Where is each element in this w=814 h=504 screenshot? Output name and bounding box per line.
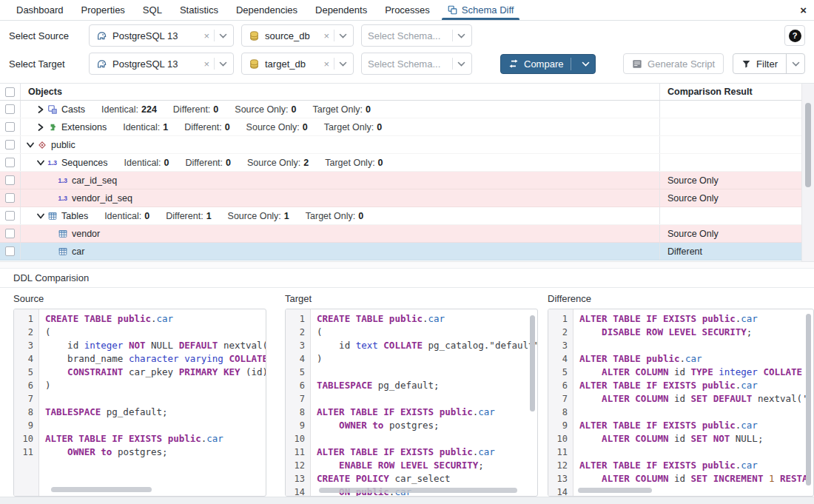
stat-label: Different: xyxy=(173,104,211,115)
stat-label: Identical: xyxy=(124,158,161,168)
tab-dashboard[interactable]: Dashboard xyxy=(7,0,73,20)
stat-label: Source Only: xyxy=(246,122,300,132)
source-server-select[interactable]: PostgreSQL 13 × xyxy=(89,24,234,47)
horizontal-scrollbar-thumb[interactable] xyxy=(578,488,652,493)
tree-expanded-icon[interactable] xyxy=(36,213,46,219)
tree-expanded-icon[interactable] xyxy=(36,160,46,166)
chevron-down-icon[interactable] xyxy=(219,33,227,38)
tree-expanded-icon[interactable] xyxy=(25,142,36,148)
horizontal-scrollbar-track[interactable] xyxy=(0,497,814,504)
row-checkbox[interactable] xyxy=(5,158,15,167)
horizontal-scrollbar-thumb[interactable] xyxy=(51,487,152,492)
tab-dependents[interactable]: Dependents xyxy=(306,0,376,20)
horizontal-scrollbar-thumb[interactable] xyxy=(319,488,517,493)
vertical-scrollbar-thumb[interactable] xyxy=(530,315,535,411)
stat-label: Identical: xyxy=(123,122,160,132)
clear-icon[interactable]: × xyxy=(204,59,209,69)
row-checkbox[interactable] xyxy=(5,175,15,185)
compare-button[interactable]: Compare xyxy=(500,54,596,74)
tab-sql[interactable]: SQL xyxy=(134,0,171,20)
result-column-header: Comparison Result xyxy=(659,84,801,100)
vertical-scrollbar-thumb[interactable] xyxy=(806,314,811,485)
schema-icon xyxy=(36,140,48,150)
line-number-gutter: 1234567891011121314 xyxy=(286,309,311,496)
row-checkbox[interactable] xyxy=(5,246,15,256)
script-icon xyxy=(632,59,642,69)
grid-row-car-id-seq[interactable]: 1..3car_id_seqSource Only xyxy=(0,172,814,189)
table-icon xyxy=(46,211,58,221)
row-checkbox[interactable] xyxy=(5,193,15,203)
tab-processes[interactable]: Processes xyxy=(376,0,439,20)
tab-properties[interactable]: Properties xyxy=(73,0,134,20)
grid-row-extensions[interactable]: ExtensionsIdentical:1Different:0Source O… xyxy=(0,118,814,136)
clear-icon[interactable]: × xyxy=(323,31,329,41)
clear-icon[interactable]: × xyxy=(204,31,209,41)
tab-dependencies[interactable]: Dependencies xyxy=(227,0,306,20)
target-database-select[interactable]: target_db × xyxy=(241,53,354,75)
grid-scrollbar[interactable] xyxy=(801,84,814,262)
select-all-checkbox[interactable] xyxy=(5,87,15,97)
row-checkbox[interactable] xyxy=(5,140,15,149)
stat-value: 0 xyxy=(292,104,297,115)
target-schema-select[interactable]: Select Schema... xyxy=(361,53,472,75)
stat-label: Target Only: xyxy=(324,122,374,132)
chevron-down-icon[interactable] xyxy=(339,33,347,38)
database-icon xyxy=(248,58,260,70)
source-database-select[interactable]: source_db × xyxy=(241,24,354,47)
stat-value: 0 xyxy=(225,122,230,132)
close-icon[interactable]: × xyxy=(800,4,807,17)
row-checkbox[interactable] xyxy=(5,211,15,221)
grid-row-vendor-id-seq[interactable]: 1..3vendor_id_seqSource Only xyxy=(0,189,814,207)
stat-value: 0 xyxy=(358,211,363,221)
row-label: car xyxy=(72,246,84,257)
row-label: vendor_id_seq xyxy=(72,193,132,204)
target-server-select[interactable]: PostgreSQL 13 × xyxy=(89,53,234,75)
row-checkbox[interactable] xyxy=(5,229,15,238)
filter-button[interactable]: Filter xyxy=(733,53,805,74)
stat-value: 1 xyxy=(163,122,168,132)
ddl-pane-source: Source1234567891011CREATE TABLE public.c… xyxy=(13,288,266,497)
grid-row-public[interactable]: public xyxy=(0,136,814,154)
tab-statistics[interactable]: Statistics xyxy=(171,0,227,20)
splitter-handle[interactable] xyxy=(0,261,814,269)
tab-schema-diff[interactable]: Schema Diff xyxy=(439,0,523,20)
comparison-result-cell: Different xyxy=(659,243,801,260)
row-label: Casts xyxy=(61,104,85,115)
stat-value: 0 xyxy=(213,104,218,115)
grid-row-vendor[interactable]: vendorSource Only xyxy=(0,225,814,243)
source-schema-select[interactable]: Select Schema... xyxy=(361,24,472,47)
row-label: Sequences xyxy=(61,158,108,168)
stat-value: 1 xyxy=(206,211,212,221)
comparison-result-cell xyxy=(659,118,801,135)
chevron-down-icon[interactable] xyxy=(457,33,465,38)
ddl-pane-target: Target1234567891011121314CREATE TABLE pu… xyxy=(285,288,538,497)
help-button[interactable]: ? xyxy=(784,25,805,46)
sql-editor[interactable]: 1234567891011121314ALTER TABLE IF EXISTS… xyxy=(548,309,814,497)
grid-row-sequences[interactable]: 1..3SequencesIdentical:0Different:0Sourc… xyxy=(0,154,814,172)
clear-icon[interactable]: × xyxy=(323,59,329,69)
row-checkbox[interactable] xyxy=(5,104,15,114)
line-number-gutter: 1234567891011121314 xyxy=(548,309,574,496)
row-label: vendor xyxy=(72,229,100,239)
grid-row-casts[interactable]: CastsIdentical:224Different:0Source Only… xyxy=(0,101,814,118)
tree-collapsed-icon[interactable] xyxy=(36,106,46,113)
sql-editor[interactable]: 1234567891011CREATE TABLE public.car( id… xyxy=(13,309,266,497)
stat-label: Source Only: xyxy=(235,104,288,115)
chevron-down-icon[interactable] xyxy=(219,61,227,67)
tree-collapsed-icon[interactable] xyxy=(36,124,46,131)
grid-scrollbar-thumb[interactable] xyxy=(805,103,811,187)
generate-script-button[interactable]: Generate Script xyxy=(623,53,724,74)
row-checkbox[interactable] xyxy=(5,122,15,132)
chevron-down-icon[interactable] xyxy=(576,61,595,67)
chevron-down-icon[interactable] xyxy=(457,61,465,67)
stat-value: 0 xyxy=(226,158,231,168)
chevron-down-icon[interactable] xyxy=(787,54,804,73)
grid-row-car[interactable]: carDifferent xyxy=(0,243,814,261)
chevron-down-icon[interactable] xyxy=(339,61,347,67)
stat-value: 0 xyxy=(366,104,371,115)
grid-row-tables[interactable]: TablesIdentical:0Different:1Source Only:… xyxy=(0,207,814,225)
sequence-icon: 1..3 xyxy=(56,177,69,184)
sql-editor[interactable]: 1234567891011121314CREATE TABLE public.c… xyxy=(285,309,538,497)
source-selector-row: Select Source PostgreSQL 13 × source_db … xyxy=(0,21,814,50)
table-icon xyxy=(56,229,69,239)
